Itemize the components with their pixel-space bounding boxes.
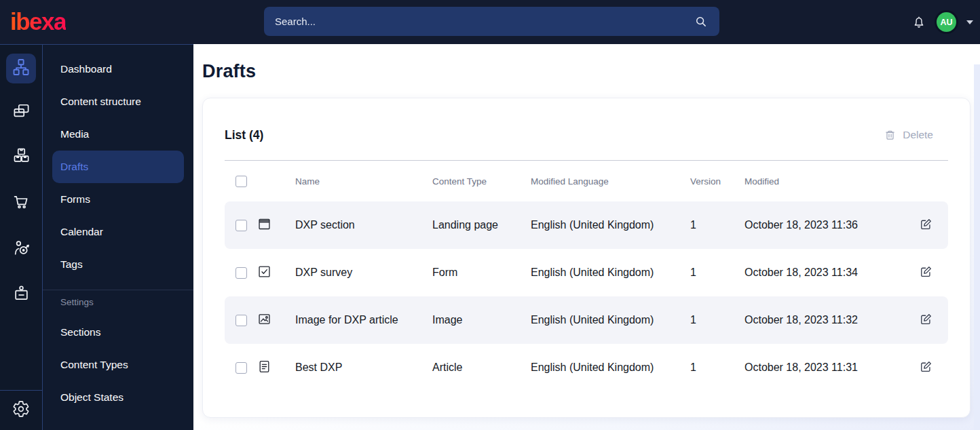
row-version: 1: [690, 314, 745, 326]
app-shell: Dashboard Content structure Media Drafts…: [0, 44, 980, 430]
edit-button[interactable]: [903, 217, 948, 234]
row-content-type: Landing page: [432, 219, 531, 231]
table-header-row: Name Content Type Modified Language Vers…: [225, 161, 948, 201]
row-checkbox[interactable]: [235, 267, 247, 279]
edit-button[interactable]: [903, 265, 948, 281]
row-content-type: Form: [432, 267, 531, 279]
image-icon: [257, 312, 271, 329]
badge-icon: [12, 284, 31, 305]
rail-item-personalization[interactable]: [12, 239, 31, 260]
edit-icon: [919, 312, 933, 329]
row-checkbox[interactable]: [235, 220, 247, 231]
column-header-name: Name: [282, 176, 432, 187]
sitemap-icon: [12, 58, 31, 79]
row-content-type: Article: [432, 361, 531, 374]
row-checkbox[interactable]: [235, 315, 247, 326]
user-avatar[interactable]: AU: [937, 12, 956, 32]
row-version: 1: [690, 361, 745, 374]
personalization-icon: [12, 239, 31, 260]
edit-icon: [919, 265, 933, 281]
row-name[interactable]: DXP survey: [282, 267, 432, 279]
drafts-card: List (4) Delete Name Content Type Modifi…: [202, 98, 970, 418]
sidebar-menu: Dashboard Content structure Media Drafts…: [43, 44, 193, 430]
edit-icon: [919, 217, 933, 234]
rail-item-pages[interactable]: [12, 102, 31, 123]
edit-icon: [919, 359, 933, 376]
row-modified-language: English (United Kingdom): [531, 361, 690, 374]
rail-item-content-active[interactable]: [6, 54, 36, 83]
sidebar-item-label: Content structure: [60, 96, 141, 108]
sidebar-item-drafts[interactable]: Drafts: [52, 151, 184, 183]
pages-icon: [12, 102, 31, 123]
chevron-down-icon[interactable]: [966, 20, 973, 24]
page-title: Drafts: [202, 61, 970, 82]
row-checkbox[interactable]: [235, 362, 247, 374]
row-name[interactable]: DXP section: [282, 219, 432, 231]
icon-rail: [0, 44, 43, 430]
sidebar-item-label: Forms: [60, 193, 90, 206]
topbar: ibexa AU: [0, 0, 980, 44]
main-content: Drafts List (4) Delete Name Content Type…: [193, 44, 980, 430]
row-modified: October 18, 2023 11:36: [745, 219, 903, 231]
edit-button[interactable]: [903, 359, 948, 376]
row-modified: October 18, 2023 11:32: [745, 314, 903, 326]
column-header-modified: Modified: [745, 176, 903, 187]
row-version: 1: [690, 267, 745, 279]
form-icon: [257, 265, 271, 281]
search-input[interactable]: [264, 7, 719, 36]
sidebar-item-content-types[interactable]: Content Types: [43, 349, 193, 381]
sidebar-item-forms[interactable]: Forms: [43, 183, 193, 216]
table-row[interactable]: Best DXP Article English (United Kingdom…: [225, 344, 948, 391]
table-row[interactable]: Image for DXP article Image English (Uni…: [225, 296, 948, 344]
sidebar-item-label: Dashboard: [60, 63, 112, 75]
row-content-type: Image: [432, 314, 531, 326]
ibexa-logo[interactable]: ibexa: [10, 9, 66, 35]
trash-icon: [884, 129, 897, 142]
row-modified-language: English (United Kingdom): [531, 267, 690, 279]
list-title: List (4): [225, 128, 263, 142]
rail-item-product-catalog[interactable]: [12, 146, 31, 168]
product-catalog-icon: [12, 146, 31, 168]
gear-icon: [12, 400, 30, 421]
select-all-checkbox[interactable]: [235, 176, 247, 187]
column-header-content-type: Content Type: [432, 176, 531, 187]
notifications-bell-icon[interactable]: [911, 15, 926, 30]
settings-section-header: Settings: [43, 290, 193, 310]
sidebar-item-media[interactable]: Media: [43, 118, 193, 151]
delete-button-label: Delete: [903, 129, 933, 141]
sidebar-item-label: Content Types: [60, 359, 128, 371]
article-icon: [257, 359, 271, 376]
scrollbar-track[interactable]: [974, 64, 980, 430]
shopping-cart-icon: [12, 193, 31, 214]
row-version: 1: [690, 219, 745, 231]
row-name[interactable]: Best DXP: [282, 361, 432, 374]
row-modified-language: English (United Kingdom): [531, 219, 690, 231]
landing-page-icon: [257, 217, 271, 234]
rail-settings[interactable]: [0, 390, 42, 430]
column-header-version: Version: [690, 176, 745, 187]
row-name[interactable]: Image for DXP article: [282, 314, 432, 326]
sidebar-item-label: Drafts: [60, 161, 88, 173]
row-modified-language: English (United Kingdom): [531, 314, 690, 326]
search-icon[interactable]: [694, 14, 708, 31]
sidebar-item-content-structure[interactable]: Content structure: [43, 85, 193, 118]
table-row[interactable]: DXP survey Form English (United Kingdom)…: [225, 249, 948, 296]
table-row[interactable]: DXP section Landing page English (United…: [225, 201, 948, 249]
sidebar-item-label: Object States: [60, 391, 124, 404]
rail-item-company[interactable]: [12, 284, 31, 305]
sidebar-item-label: Sections: [60, 326, 100, 338]
sidebar-item-dashboard[interactable]: Dashboard: [43, 53, 193, 85]
edit-button[interactable]: [903, 312, 948, 329]
sidebar-item-object-states[interactable]: Object States: [43, 381, 193, 414]
rail-item-commerce[interactable]: [12, 193, 31, 214]
sidebar-item-calendar[interactable]: Calendar: [43, 216, 193, 248]
row-modified: October 18, 2023 11:31: [745, 361, 903, 374]
sidebar-item-sections[interactable]: Sections: [43, 316, 193, 349]
sidebar-item-label: Media: [60, 128, 89, 140]
row-modified: October 18, 2023 11:34: [745, 267, 903, 279]
delete-button[interactable]: Delete: [884, 129, 933, 142]
sidebar-item-label: Tags: [60, 258, 83, 271]
column-header-modified-language: Modified Language: [531, 176, 690, 187]
sidebar-item-label: Calendar: [60, 226, 103, 238]
sidebar-item-tags[interactable]: Tags: [43, 248, 193, 281]
